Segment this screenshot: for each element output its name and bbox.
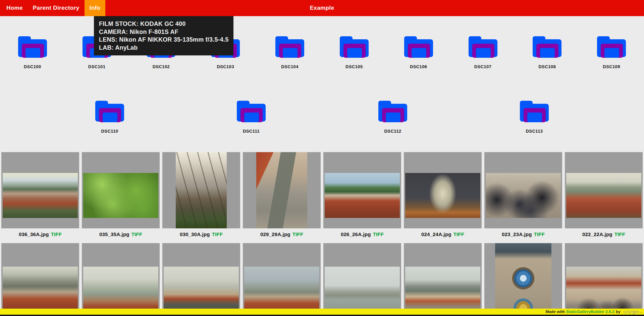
tooltip-line-camera: CAMERA: Nikon F-801S AF	[99, 28, 228, 36]
info-tooltip: FILM STOCK: KODAK GC 400 CAMERA: Nikon F…	[94, 16, 233, 55]
gallery-item: 036_36A.jpgTIFF	[1, 152, 79, 237]
folder-icon	[18, 36, 47, 57]
folder-label: DSC111	[243, 129, 260, 134]
gallery-item: 023_23A.jpgTIFF	[484, 152, 562, 237]
folder-label: DSC104	[281, 64, 299, 69]
folder-item-dsc108[interactable]: DSC108	[515, 36, 579, 69]
thumbnail-035-35a[interactable]	[82, 152, 160, 228]
thumbnail-caption: 036_36A.jpgTIFF	[1, 231, 79, 237]
thumbnail-castle-panorama[interactable]	[1, 243, 79, 316]
nav-item-home[interactable]: Home	[1, 0, 28, 16]
footer: Made with StaticGalleryBuilder 2.6.2 by …	[0, 309, 644, 316]
filename-link[interactable]: 030_30A.jpg	[180, 231, 210, 237]
gallery-item: 030_30A.jpgTIFF	[162, 152, 240, 237]
photo-foliage	[83, 173, 158, 218]
filename-link[interactable]: 022_22A.jpg	[582, 231, 612, 237]
filename-link[interactable]: 036_36A.jpg	[19, 231, 49, 237]
footer-dot: .	[641, 310, 642, 314]
thumbnail-caption: 029_29A.jpgTIFF	[243, 231, 321, 237]
thumbnail-riverbank-houses[interactable]	[404, 243, 482, 316]
gallery-item	[323, 243, 401, 316]
gallery-item	[404, 243, 482, 316]
tiff-link[interactable]: TIFF	[373, 231, 384, 237]
tiff-link[interactable]: TIFF	[614, 231, 625, 237]
photo-night-church	[405, 173, 480, 218]
thumbnail-caption: 024_24A.jpgTIFF	[404, 231, 482, 237]
filename-link[interactable]: 024_24A.jpg	[421, 231, 451, 237]
tiff-link[interactable]: TIFF	[292, 231, 303, 237]
folder-item-dsc111[interactable]: DSC111	[219, 101, 283, 134]
filename-link[interactable]: 029_29A.jpg	[260, 231, 290, 237]
folder-icon	[404, 36, 433, 57]
filename-link[interactable]: 023_23A.jpg	[502, 231, 532, 237]
photo-valley-trees	[176, 152, 227, 228]
tooltip-line-lab: LAB: AnyLab	[99, 44, 228, 52]
folder-icon	[533, 36, 561, 57]
folder-label: DSC107	[474, 64, 492, 69]
folder-item-dsc100[interactable]: DSC100	[1, 36, 64, 69]
thumbnail-030-30a[interactable]	[162, 152, 240, 228]
photo-crowd	[486, 173, 561, 218]
thumbnail-astronomical-clock[interactable]	[484, 243, 562, 316]
filename-link[interactable]: 026_26A.jpg	[341, 231, 371, 237]
folder-icon	[237, 101, 266, 122]
thumbnail-river-bridge[interactable]	[162, 243, 240, 316]
gallery-item	[565, 243, 643, 316]
thumbnail-grid: 036_36A.jpgTIFF 035_35A.jpgTIFF 030_30A.…	[1, 152, 643, 316]
thumbnail-caption: 026_26A.jpgTIFF	[323, 231, 401, 237]
nav-item-parent-directory[interactable]: Parent Directory	[28, 0, 85, 16]
gallery-item	[162, 243, 240, 316]
folder-item-dsc113[interactable]: DSC113	[502, 101, 566, 134]
folder-label: DSC102	[153, 64, 170, 69]
srgn-logo[interactable]: </srgn>	[623, 309, 639, 314]
thumbnail-022-22a[interactable]	[565, 152, 643, 228]
footer-made-with: Made with	[546, 310, 565, 314]
thumbnail-green-dome[interactable]	[243, 243, 321, 316]
footer-by: by	[616, 310, 621, 314]
tiff-link[interactable]: TIFF	[534, 231, 545, 237]
gallery-item: 024_24A.jpgTIFF	[404, 152, 482, 237]
gallery-item: 035_35A.jpgTIFF	[82, 152, 160, 237]
gallery-item	[484, 243, 562, 316]
photo-cathedral-panorama	[566, 173, 641, 218]
thumbnail-023-23a[interactable]	[484, 152, 562, 228]
photo-astronomical-clock	[495, 243, 551, 316]
footer-builder-link[interactable]: StaticGalleryBuilder 2.6.2	[566, 310, 614, 314]
nav-item-info[interactable]: Info	[85, 0, 106, 16]
thumbnail-036-36a[interactable]	[1, 152, 79, 228]
tiff-link[interactable]: TIFF	[51, 231, 62, 237]
folder-item-dsc110[interactable]: DSC110	[78, 101, 142, 134]
folder-item-dsc105[interactable]: DSC105	[322, 36, 386, 69]
gallery-item: 022_22A.jpgTIFF	[565, 152, 643, 237]
folder-icon	[520, 101, 549, 122]
thumbnail-street-crowd[interactable]	[565, 243, 643, 316]
thumbnail-029-29a[interactable]	[243, 152, 321, 228]
folder-label: DSC103	[217, 64, 234, 69]
tiff-link[interactable]: TIFF	[212, 231, 223, 237]
folder-icon	[340, 36, 369, 57]
folder-item-dsc109[interactable]: DSC109	[580, 36, 643, 69]
thumbnail-hazy-river[interactable]	[82, 243, 160, 316]
filename-link[interactable]: 035_35A.jpg	[99, 231, 129, 237]
folder-item-dsc112[interactable]: DSC112	[361, 101, 425, 134]
thumbnail-024-24a[interactable]	[404, 152, 482, 228]
folder-label: DSC106	[410, 64, 427, 69]
folder-label: DSC100	[24, 64, 41, 69]
folder-item-dsc106[interactable]: DSC106	[387, 36, 450, 69]
folder-item-dsc107[interactable]: DSC107	[451, 36, 515, 69]
tiff-link[interactable]: TIFF	[131, 231, 142, 237]
folder-label: DSC113	[526, 129, 543, 134]
gallery-item: 026_26A.jpgTIFF	[323, 152, 401, 237]
folder-icon	[597, 36, 626, 57]
folder-label: DSC101	[88, 64, 106, 69]
folder-item-dsc104[interactable]: DSC104	[258, 36, 322, 69]
photo-aerial-street	[256, 152, 307, 228]
thumbnail-026-26a[interactable]	[323, 152, 401, 228]
thumbnail-caption: 030_30A.jpgTIFF	[162, 231, 240, 237]
tiff-link[interactable]: TIFF	[453, 231, 464, 237]
gallery-item: 029_29A.jpgTIFF	[243, 152, 321, 237]
thumbnail-river-boat[interactable]	[323, 243, 401, 316]
navbar: Home Parent Directory Info Example	[0, 0, 644, 16]
gallery-item	[243, 243, 321, 316]
folder-icon	[95, 101, 124, 122]
